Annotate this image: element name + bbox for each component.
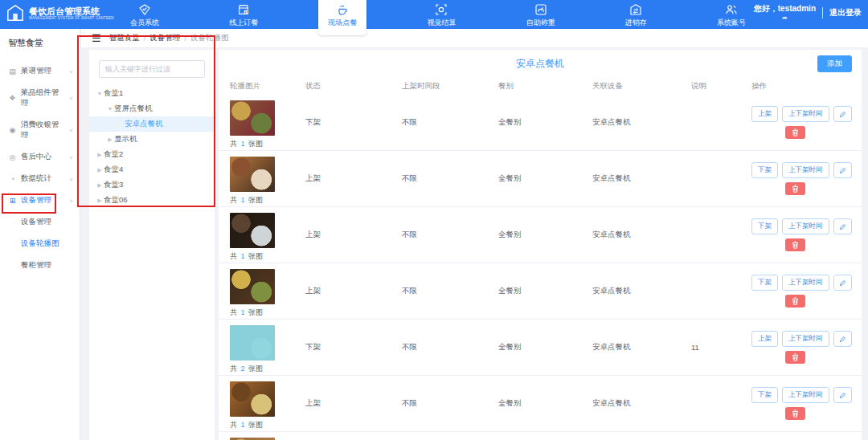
- carousel-image-cell: 共 1 张图: [230, 207, 305, 263]
- tree-node[interactable]: ▶ 食堂2: [89, 147, 215, 162]
- chevron-icon: ∨: [69, 68, 73, 73]
- column-header: 上架时间段: [402, 81, 498, 92]
- edit-button[interactable]: [833, 387, 852, 403]
- edit-button[interactable]: [833, 106, 852, 122]
- breadcrumb-item[interactable]: 智慧食堂: [109, 33, 140, 43]
- collapse-menu-icon[interactable]: ☰: [92, 35, 101, 43]
- add-button[interactable]: 添加: [817, 55, 852, 72]
- breadcrumb-item[interactable]: 设备管理: [149, 33, 180, 43]
- sidebar-submenu-item[interactable]: 餐柜管理: [0, 255, 80, 276]
- carousel-image-cell: 共 张图: [230, 432, 305, 440]
- sidebar-menu-item[interactable]: ⊞ 设备管理 ∧: [0, 189, 80, 211]
- toggle-shelf-button[interactable]: 下架: [751, 218, 778, 234]
- top-nav-account[interactable]: 系统账号: [707, 0, 755, 29]
- tree-expand-icon[interactable]: ▶: [96, 198, 104, 204]
- shelf-time-button[interactable]: 上下架时间: [782, 387, 829, 403]
- image-count-label: 共 1 张图: [230, 139, 263, 149]
- tree-expand-icon[interactable]: ▶: [106, 136, 114, 143]
- tree-expand-icon[interactable]: ▶: [96, 167, 104, 173]
- tree-expand-icon[interactable]: ▶: [96, 152, 104, 158]
- top-nav-online-order[interactable]: 线上订餐: [219, 0, 268, 29]
- edit-button[interactable]: [833, 275, 852, 291]
- tree-expand-icon[interactable]: ▼: [96, 91, 104, 96]
- status-cell: 下架: [305, 320, 402, 375]
- tree-node[interactable]: ▶ 食堂06: [89, 193, 215, 208]
- tree-expand-icon[interactable]: ▼: [106, 106, 114, 112]
- tree-filter-input[interactable]: [99, 60, 205, 78]
- sidebar-menu-item[interactable]: ◉ 消费收银管理 ∨: [0, 114, 80, 146]
- top-header: 餐饮后台管理系统 MANAGEMENT SYSTEM OF SMART CANT…: [0, 0, 868, 29]
- operations-cell: 下架 上下架时间: [751, 151, 856, 206]
- toggle-shelf-button[interactable]: 下架: [751, 275, 778, 291]
- time-range-cell: 不限: [402, 95, 498, 150]
- cashier-icon: ◉: [8, 126, 17, 134]
- top-nav-onsite-order[interactable]: 现场点餐: [318, 0, 366, 35]
- status-cell: 上架: [305, 207, 402, 263]
- delete-button[interactable]: [785, 182, 805, 195]
- image-count-label: 共 1 张图: [230, 251, 263, 262]
- inventory-icon: [629, 3, 642, 16]
- sidebar-menu-item[interactable]: ❖ 菜品组件管理 ∨: [0, 82, 80, 114]
- tree-node[interactable]: 安卓点餐机: [89, 116, 215, 132]
- app-subtitle: MANAGEMENT SYSTEM OF SMART CANTEEN: [29, 16, 114, 20]
- sidebar-submenu-item[interactable]: 设备轮播图: [0, 233, 80, 255]
- breadcrumb-item: 设备轮播图: [190, 33, 229, 43]
- membership-icon: [138, 3, 151, 16]
- chevron-icon: ∨: [69, 96, 73, 100]
- delete-button[interactable]: [785, 351, 805, 364]
- tree-node[interactable]: ▼ 竖屏点餐机: [89, 101, 215, 116]
- sidebar-menu-item[interactable]: ▤ 菜谱管理 ∨: [0, 60, 80, 82]
- shelf-time-button[interactable]: 上下架时间: [782, 162, 829, 178]
- carousel-thumbnail[interactable]: [230, 100, 275, 136]
- column-header: 餐别: [498, 81, 592, 92]
- shelf-time-button[interactable]: 上下架时间: [782, 218, 829, 234]
- table-body: 共 1 张图 下架 不限 全餐别 安卓点餐机 上架 上下架时间: [219, 95, 862, 440]
- top-nav-membership[interactable]: 会员系统: [121, 0, 169, 29]
- time-range-cell: 不限: [402, 263, 498, 319]
- tree-expand-icon[interactable]: ▶: [96, 182, 104, 189]
- time-range-cell: 不限: [402, 376, 498, 431]
- carousel-thumbnail[interactable]: [230, 381, 275, 417]
- shelf-time-button[interactable]: 上下架时间: [782, 275, 829, 291]
- user-divider: [822, 7, 823, 18]
- top-nav-visual-checkout[interactable]: 视觉结算: [417, 0, 465, 29]
- carousel-thumbnail[interactable]: [230, 157, 275, 192]
- delete-button[interactable]: [785, 126, 805, 139]
- app-title: 餐饮后台管理系统: [29, 6, 114, 16]
- carousel-thumbnail[interactable]: [230, 325, 275, 361]
- toggle-shelf-button[interactable]: 下架: [751, 162, 778, 178]
- toggle-shelf-button[interactable]: 上架: [751, 331, 778, 347]
- tree-node[interactable]: ▼ 食堂1: [89, 86, 215, 101]
- meal-type-cell: 全餐别: [498, 95, 592, 150]
- shelf-time-button[interactable]: 上下架时间: [782, 331, 829, 347]
- sidebar-menu-item[interactable]: ◔ 数据统计 ∨: [0, 168, 80, 189]
- meal-type-cell: 全餐别: [498, 376, 592, 431]
- top-nav-inventory[interactable]: 进销存: [616, 0, 657, 29]
- edit-button[interactable]: [833, 218, 852, 234]
- image-count-label: 共 1 张图: [230, 420, 263, 430]
- edit-button[interactable]: [833, 162, 852, 178]
- carousel-thumbnail[interactable]: [230, 213, 275, 248]
- note-cell: [691, 376, 751, 431]
- toggle-shelf-button[interactable]: 下架: [751, 387, 778, 403]
- device-icon: ⊞: [8, 197, 17, 205]
- delete-button[interactable]: [785, 407, 805, 420]
- time-range-cell: 不限: [402, 207, 498, 263]
- chevron-icon: ∨: [69, 176, 73, 181]
- delete-button[interactable]: [785, 238, 805, 251]
- tree-node[interactable]: ▶ 食堂4: [89, 162, 215, 177]
- tree-node[interactable]: ▶ 显示机: [89, 132, 215, 147]
- image-count-label: 共 2 张图: [230, 364, 263, 374]
- status-cell: 下架: [305, 95, 402, 150]
- top-nav-self-weigh[interactable]: 自助称重: [517, 0, 565, 29]
- logout-link[interactable]: 退出登录: [829, 7, 862, 18]
- shelf-time-button[interactable]: 上下架时间: [782, 106, 829, 122]
- tree-node[interactable]: ▶ 食堂3: [89, 177, 215, 193]
- sidebar-submenu-item[interactable]: 设备管理: [0, 211, 80, 233]
- table-column-headers: 轮播图片状态上架时间段餐别关联设备说明操作: [219, 77, 862, 95]
- toggle-shelf-button[interactable]: 上架: [751, 106, 778, 122]
- delete-button[interactable]: [785, 295, 805, 308]
- edit-button[interactable]: [833, 331, 852, 347]
- carousel-thumbnail[interactable]: [230, 269, 275, 304]
- sidebar-menu-item[interactable]: ◎ 售后中心 ∨: [0, 146, 80, 168]
